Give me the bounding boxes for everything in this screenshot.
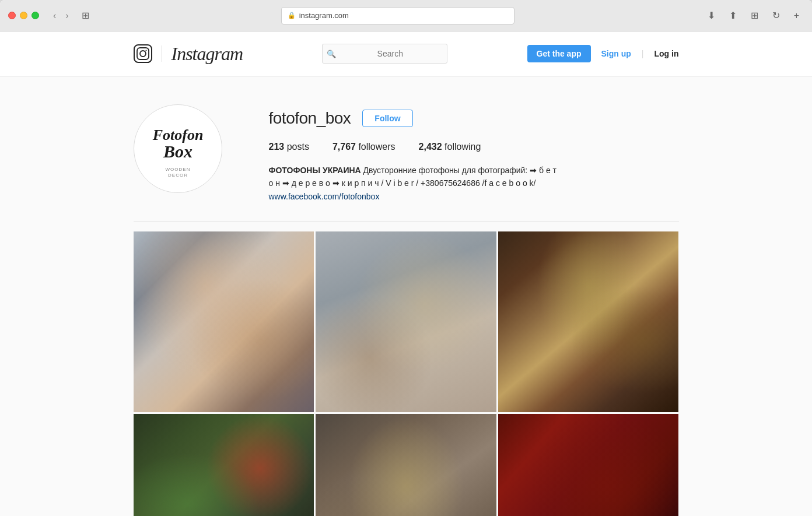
search-input[interactable]	[322, 44, 447, 64]
follow-button[interactable]: Follow	[362, 110, 412, 127]
following-label: following	[444, 142, 481, 152]
svg-text:WOODEN: WOODEN	[165, 167, 190, 172]
close-button[interactable]	[8, 12, 16, 19]
avatar-container: Fotofon Box WOODEN DECOR	[134, 104, 222, 193]
instagram-page: Instagram 🔍 Get the app Sign up | Log in	[0, 31, 812, 516]
svg-point-1	[140, 51, 146, 57]
logo-divider	[162, 45, 162, 62]
svg-text:DECOR: DECOR	[168, 173, 188, 178]
address-bar[interactable]: 🔒 instagram.com	[281, 7, 514, 24]
following-stat[interactable]: 2,432 following	[419, 142, 481, 152]
grid-item-5[interactable]	[316, 414, 496, 516]
get-app-button[interactable]: Get the app	[527, 45, 591, 62]
ig-nav-right: Get the app Sign up | Log in	[527, 45, 679, 62]
address-bar-container: 🔒 instagram.com	[99, 7, 697, 24]
search-container: 🔍	[322, 44, 447, 64]
posts-stat: 213 posts	[269, 142, 309, 152]
profile-info: fotofon_box Follow 213 posts 7,767 follo…	[269, 104, 679, 203]
ig-logo-area: Instagram	[134, 43, 243, 65]
profile-header: fotofon_box Follow	[269, 109, 679, 128]
back-button[interactable]: ‹	[50, 8, 60, 23]
traffic-lights	[8, 12, 39, 19]
search-icon: 🔍	[327, 50, 336, 58]
profile-username: fotofon_box	[269, 109, 351, 128]
posts-count: 213	[269, 142, 285, 152]
minimize-button[interactable]	[20, 12, 27, 19]
svg-point-2	[145, 50, 146, 51]
instagram-wordmark[interactable]: Instagram	[172, 43, 243, 65]
following-count: 2,432	[419, 142, 442, 152]
nav-divider: |	[642, 49, 644, 58]
download-button[interactable]: ⬇	[703, 8, 720, 23]
photo-grid-section	[134, 222, 679, 516]
browser-toolbar-right: ⬇ ⬆ ⊞ ↻ +	[703, 8, 804, 23]
ig-navbar: Instagram 🔍 Get the app Sign up | Log in	[0, 31, 812, 76]
share-button[interactable]: ⬆	[724, 8, 741, 23]
instagram-logo-icon[interactable]	[134, 44, 152, 63]
grid-item-1[interactable]	[134, 231, 314, 412]
nav-buttons: ‹ ›	[50, 8, 72, 23]
profile-bio: ФОТОФОНЫ УКРАИНА Двусторонние фотофоны д…	[269, 164, 561, 203]
photo-grid	[134, 231, 679, 516]
ig-navbar-inner: Instagram 🔍 Get the app Sign up | Log in	[134, 43, 679, 65]
svg-text:Fotofon: Fotofon	[152, 127, 203, 143]
bio-link[interactable]: www.facebook.com/fotofonbox	[269, 192, 380, 201]
bio-bold: ФОТОФОНЫ УКРАИНА	[269, 166, 361, 175]
followers-stat[interactable]: 7,767 followers	[332, 142, 396, 152]
followers-count: 7,767	[332, 142, 356, 152]
avatar-image: Fotofon Box WOODEN DECOR	[137, 108, 219, 189]
grid-item-3[interactable]	[498, 231, 679, 412]
newtab-button[interactable]: ⊞	[746, 8, 763, 23]
grid-item-2[interactable]	[316, 231, 496, 412]
grid-item-6[interactable]	[498, 414, 679, 516]
maximize-button[interactable]	[32, 12, 39, 19]
reload-button[interactable]: ↻	[768, 8, 785, 23]
login-link[interactable]: Log in	[654, 49, 678, 58]
signup-link[interactable]: Sign up	[601, 49, 631, 58]
posts-label: posts	[287, 142, 309, 152]
lock-icon: 🔒	[288, 12, 296, 19]
profile-section: Fotofon Box WOODEN DECOR fotofon_box Fol…	[134, 76, 679, 222]
forward-button[interactable]: ›	[62, 8, 72, 23]
addtab-button[interactable]: +	[789, 8, 804, 23]
sidebar-toggle-button[interactable]: ⊞	[78, 8, 93, 23]
browser-titlebar: ‹ › ⊞ 🔒 instagram.com ⬇ ⬆ ⊞ ↻ +	[0, 0, 812, 31]
followers-label: followers	[358, 142, 395, 152]
address-text: instagram.com	[299, 11, 349, 20]
svg-text:Box: Box	[162, 142, 192, 161]
profile-stats: 213 posts 7,767 followers 2,432 followin…	[269, 142, 679, 152]
profile-avatar: Fotofon Box WOODEN DECOR	[134, 104, 222, 193]
grid-item-4[interactable]	[134, 414, 314, 516]
svg-rect-0	[137, 48, 149, 59]
